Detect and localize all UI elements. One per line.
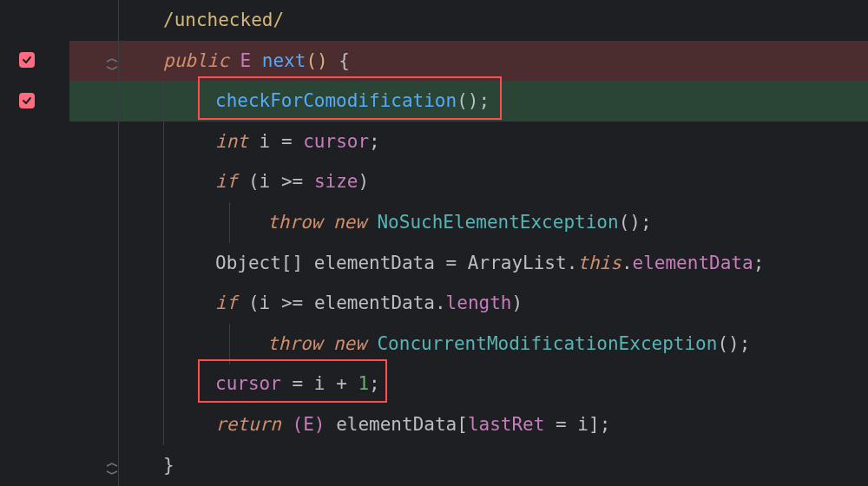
code-line[interactable]: if (i >= size) (69, 161, 868, 202)
code-line[interactable]: /unchecked/ (69, 0, 868, 41)
code-line[interactable]: } (69, 445, 868, 486)
code-text: if (i >= elementData.length) (215, 283, 523, 324)
code-text: Object[] elementData = ArrayList.this.el… (215, 243, 764, 284)
code-line[interactable]: throw new ConcurrentModificationExceptio… (69, 324, 868, 364)
code-text: return (E) elementData[lastRet = i]; (215, 404, 610, 445)
code-line[interactable]: Object[] elementData = ArrayList.this.el… (69, 243, 868, 284)
code-line[interactable]: cursor = i + 1; (69, 364, 868, 404)
code-text: if (i >= size) (215, 161, 369, 202)
code-text: throw new ConcurrentModificationExceptio… (267, 324, 750, 364)
code-editor[interactable]: /unchecked/ public E next() { checkForCo… (0, 0, 868, 486)
fold-column (52, 0, 69, 486)
code-text: checkForComodification(); (215, 81, 490, 122)
code-lines[interactable]: /unchecked/ public E next() { checkForCo… (69, 0, 868, 486)
code-text: int i = cursor; (215, 122, 380, 162)
diff-checkbox[interactable] (19, 93, 35, 108)
code-text: cursor = i + 1; (215, 364, 380, 404)
code-text: } (163, 445, 174, 486)
code-text: throw new NoSuchElementException(); (267, 202, 652, 243)
gutter (0, 0, 52, 486)
code-line[interactable]: throw new NoSuchElementException(); (69, 202, 868, 243)
code-line[interactable]: checkForComodification(); (69, 81, 868, 122)
code-line[interactable]: if (i >= elementData.length) (69, 283, 868, 324)
code-line[interactable]: return (E) elementData[lastRet = i]; (69, 404, 868, 445)
code-token: /unchecked/ (163, 10, 284, 30)
diff-checkbox[interactable] (19, 52, 35, 68)
code-line[interactable]: public E next() { (69, 41, 868, 82)
code-line[interactable]: int i = cursor; (69, 122, 868, 162)
code-text: public E next() { (163, 41, 350, 82)
